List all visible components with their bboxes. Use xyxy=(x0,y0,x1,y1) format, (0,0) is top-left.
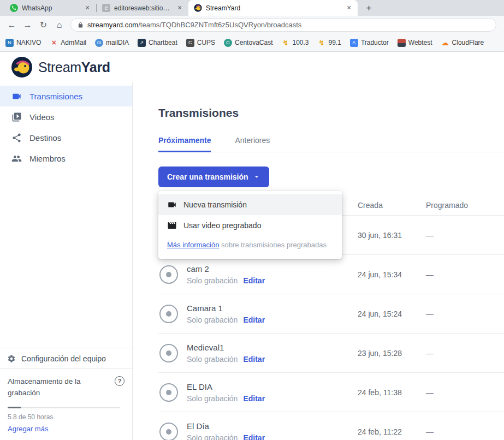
new-tab-button[interactable]: + xyxy=(362,1,376,15)
edit-link[interactable]: Editar xyxy=(243,433,265,440)
bookmark-centovacast[interactable]: C CentovaCast xyxy=(224,39,272,47)
forward-icon[interactable]: → xyxy=(20,17,35,32)
storage-progress-bar xyxy=(8,407,120,408)
table-row[interactable]: Medieval1 Solo grabaciónEditar 23 jun, 1… xyxy=(158,334,504,373)
logo-wordmark: StreamYard xyxy=(38,60,110,75)
sidebar-item-label: Miembros xyxy=(29,154,66,163)
create-broadcast-button[interactable]: Crear una transmisión xyxy=(158,167,269,187)
centovacast-icon: C xyxy=(224,39,232,47)
team-settings-button[interactable]: Configuración del equipo xyxy=(0,348,132,368)
broadcast-type: Solo grabación xyxy=(187,394,238,403)
bookmark-webtest[interactable]: Webtest xyxy=(398,39,432,47)
scheduled-cell: — xyxy=(426,388,504,397)
col-programado: Programado xyxy=(426,201,504,210)
video-library-icon xyxy=(11,112,22,122)
bookmark-100-3[interactable]: ↯ 100.3 xyxy=(281,39,309,47)
create-broadcast-label: Crear una transmisión xyxy=(167,173,248,181)
webtest-icon xyxy=(398,39,406,47)
lock-icon xyxy=(78,22,84,28)
broadcast-subtitle: Solo grabaciónEditar xyxy=(187,394,265,403)
add-more-link[interactable]: Agregar más xyxy=(8,425,124,433)
sidebar-item-videos[interactable]: Videos xyxy=(0,106,132,127)
cups-icon: C xyxy=(186,39,194,47)
edit-link[interactable]: Editar xyxy=(243,316,265,324)
bookmark-label: 99.1 xyxy=(329,39,341,46)
share-icon xyxy=(11,133,22,143)
bookmark-cups[interactable]: C CUPS xyxy=(186,39,215,47)
home-icon[interactable]: ⌂ xyxy=(52,17,67,32)
bookmark-nakivo[interactable]: N NAKIVO xyxy=(5,39,41,47)
main-content: Transmisiones Próximamente Anteriores Cr… xyxy=(133,82,504,440)
bookmark-admmail[interactable]: × AdmMail xyxy=(50,39,86,47)
record-icon xyxy=(159,344,178,362)
edit-link[interactable]: Editar xyxy=(243,355,265,364)
browser-tab-whatsapp[interactable]: WhatsApp × xyxy=(4,0,96,16)
broadcast-subtitle: Solo grabaciónEditar xyxy=(187,433,265,440)
tab-proximamente[interactable]: Próximamente xyxy=(158,136,211,152)
sidebar-item-label: Videos xyxy=(29,112,55,122)
broadcast-cell: Medieval1 Solo grabaciónEditar xyxy=(158,343,358,364)
sidebar-item-miembros[interactable]: Miembros xyxy=(0,148,132,169)
videocam-icon xyxy=(167,200,177,210)
menu-item-usar-video-pregrabado[interactable]: Usar video pregrabado xyxy=(158,215,342,236)
cloud-icon: ☁ xyxy=(441,39,449,47)
site-favicon-icon: e xyxy=(102,4,110,12)
bookmark-label: NAKIVO xyxy=(16,39,41,46)
admmail-icon: × xyxy=(50,39,58,47)
url-domain: streamyard.com xyxy=(87,21,138,29)
broadcast-type: Solo grabación xyxy=(187,433,238,440)
menu-item-nueva-transmision[interactable]: Nueva transmisión xyxy=(158,194,342,215)
people-icon xyxy=(11,153,22,164)
bookmark-label: CloudFlare xyxy=(452,39,484,46)
bookmark-99-1[interactable]: ↯ 99.1 xyxy=(318,39,341,47)
broadcast-tabs: Próximamente Anteriores xyxy=(158,136,504,152)
bookmark-cloudflare[interactable]: ☁ CloudFlare xyxy=(441,39,484,47)
close-icon[interactable]: × xyxy=(175,4,184,13)
storage-progress-fill xyxy=(8,407,21,408)
table-row[interactable]: cam 2 Solo grabaciónEditar 24 jun, 15:34… xyxy=(158,255,504,294)
bookmark-chartbeat[interactable]: ↗ Chartbeat xyxy=(138,39,177,47)
bookmarks-bar: N NAKIVO × AdmMail m mailDIA ↗ Chartbeat… xyxy=(0,34,504,52)
storage-usage-text: 5.8 de 50 horas xyxy=(8,413,124,421)
bolt-icon: ↯ xyxy=(318,39,326,47)
tab-title: StreamYard xyxy=(206,4,341,12)
streamyard-logo[interactable]: StreamYard xyxy=(11,56,110,78)
bookmark-label: Traductor xyxy=(361,39,389,46)
bookmark-traductor[interactable]: A Traductor xyxy=(350,39,389,47)
table-row[interactable]: EL DIA Solo grabaciónEditar 24 feb, 11:3… xyxy=(158,373,504,412)
broadcast-type: Solo grabación xyxy=(187,276,238,285)
whatsapp-icon xyxy=(10,4,18,12)
browser-tab-streamyard-active[interactable]: StreamYard × xyxy=(188,0,358,16)
bookmark-maildia[interactable]: m mailDIA xyxy=(95,39,129,47)
sidebar-item-transmisiones[interactable]: Transmisiones xyxy=(0,86,132,106)
bookmark-label: Chartbeat xyxy=(149,39,177,46)
record-icon xyxy=(159,305,178,323)
created-cell: 24 feb, 11:22 xyxy=(358,427,426,436)
back-icon[interactable]: ← xyxy=(4,17,19,32)
tab-anteriores[interactable]: Anteriores xyxy=(235,136,270,152)
table-row[interactable]: Camara 1 Solo grabaciónEditar 24 jun, 15… xyxy=(158,294,504,334)
broadcast-cell: EL DIA Solo grabaciónEditar xyxy=(158,382,358,403)
menu-item-label: Nueva transmisión xyxy=(183,200,247,209)
edit-link[interactable]: Editar xyxy=(243,276,265,285)
reload-icon[interactable]: ↻ xyxy=(36,17,51,32)
app-header: StreamYard xyxy=(0,52,504,82)
broadcast-type: Solo grabación xyxy=(187,355,238,364)
mas-informacion-link[interactable]: Más información xyxy=(167,241,219,249)
help-icon[interactable]: ? xyxy=(115,376,124,386)
broadcast-title: Medieval1 xyxy=(187,343,265,352)
create-broadcast-wrap: Crear una transmisión Nueva transmisión … xyxy=(158,167,269,187)
table-row[interactable]: El Día Solo grabaciónEditar 24 feb, 11:2… xyxy=(158,412,504,440)
broadcast-subtitle: Solo grabaciónEditar xyxy=(187,316,265,324)
bookmark-label: mailDIA xyxy=(106,39,129,46)
bookmark-label: AdmMail xyxy=(61,39,86,46)
close-icon[interactable]: × xyxy=(83,4,92,13)
broadcast-cell: Camara 1 Solo grabaciónEditar xyxy=(158,304,358,324)
browser-tab-eldia[interactable]: e editoresweb:sitioweb:eldia.co × xyxy=(97,0,188,16)
maildia-icon: m xyxy=(95,39,103,47)
sidebar-item-destinos[interactable]: Destinos xyxy=(0,127,132,148)
close-icon[interactable]: × xyxy=(345,4,353,13)
address-bar[interactable]: streamyard.com/teams/TQDhBC9ZNTmft6z5UsQ… xyxy=(70,18,496,32)
record-icon xyxy=(159,423,178,440)
edit-link[interactable]: Editar xyxy=(243,394,265,403)
